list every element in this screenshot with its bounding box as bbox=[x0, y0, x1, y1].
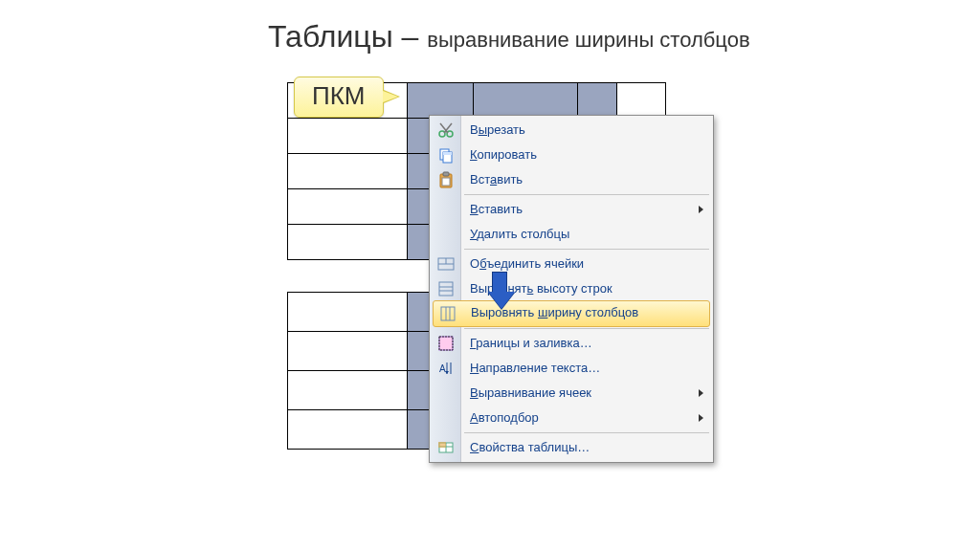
menu-label: Границы и заливка… bbox=[470, 336, 592, 350]
title-main: Таблицы – bbox=[268, 19, 427, 54]
copy-icon bbox=[437, 146, 455, 164]
table-cell bbox=[617, 83, 666, 119]
distribute-rows-icon bbox=[437, 280, 455, 297]
callout-right-click: ПКМ bbox=[294, 77, 384, 118]
menu-item-insert[interactable]: Вставить bbox=[432, 197, 711, 222]
scissors-icon bbox=[437, 121, 455, 139]
menu-label: Автоподбор bbox=[470, 410, 539, 425]
table-properties-icon bbox=[437, 439, 455, 456]
menu-separator bbox=[464, 194, 709, 195]
svg-rect-28 bbox=[438, 442, 446, 448]
context-menu: Вырезать Копировать Вставить Вставить Уд… bbox=[429, 115, 714, 463]
text-direction-icon: A bbox=[437, 360, 455, 377]
menu-item-copy[interactable]: Копировать bbox=[432, 143, 711, 167]
menu-label: Удалить столбцы bbox=[470, 227, 569, 241]
page-title: Таблицы – выравнивание ширины столбцов bbox=[268, 19, 750, 55]
menu-item-borders[interactable]: Границы и заливка… bbox=[432, 331, 711, 356]
menu-separator bbox=[464, 432, 709, 433]
svg-rect-6 bbox=[443, 152, 452, 155]
title-sub: выравнивание ширины столбцов bbox=[427, 28, 749, 52]
table-cell-selected bbox=[408, 83, 474, 119]
menu-item-merge-cells[interactable]: Объединить ячейки bbox=[432, 252, 711, 276]
menu-label: Свойства таблицы… bbox=[470, 440, 590, 454]
menu-item-table-properties[interactable]: Свойства таблицы… bbox=[432, 435, 711, 460]
menu-item-cut[interactable]: Вырезать bbox=[432, 118, 711, 143]
callout-label: ПКМ bbox=[312, 81, 366, 110]
menu-item-distribute-rows[interactable]: Выровнять высоту строк bbox=[432, 276, 711, 301]
menu-label: Вырезать bbox=[470, 122, 525, 137]
menu-item-cell-alignment[interactable]: Выравнивание ячеек bbox=[432, 381, 711, 406]
menu-item-delete-columns[interactable]: Удалить столбцы bbox=[432, 222, 711, 247]
menu-label: Объединить ячейки bbox=[470, 256, 584, 271]
paste-icon bbox=[437, 171, 455, 188]
pointer-arrow-icon bbox=[488, 272, 511, 310]
svg-rect-16 bbox=[441, 307, 455, 320]
svg-text:A: A bbox=[439, 363, 446, 374]
table-cell-selected bbox=[474, 83, 578, 119]
svg-rect-9 bbox=[442, 178, 450, 186]
table-cell-selected bbox=[578, 83, 617, 119]
svg-rect-13 bbox=[439, 282, 453, 296]
menu-item-paste[interactable]: Вставить bbox=[432, 167, 711, 192]
menu-separator bbox=[464, 249, 709, 250]
menu-label: Вставить bbox=[470, 202, 523, 216]
menu-label: Копировать bbox=[470, 147, 537, 162]
menu-item-autofit[interactable]: Автоподбор bbox=[432, 406, 711, 430]
submenu-arrow-icon bbox=[699, 389, 703, 397]
merge-cells-icon bbox=[437, 255, 455, 273]
menu-separator bbox=[464, 328, 709, 329]
menu-item-distribute-columns[interactable]: Выровнять ширину столбцов bbox=[433, 300, 710, 327]
submenu-arrow-icon bbox=[699, 414, 703, 422]
menu-label: Направление текста… bbox=[470, 361, 600, 375]
svg-rect-8 bbox=[443, 172, 449, 176]
borders-icon bbox=[437, 335, 455, 352]
submenu-arrow-icon bbox=[699, 206, 703, 213]
svg-rect-19 bbox=[439, 337, 453, 350]
menu-item-text-direction[interactable]: A Направление текста… bbox=[432, 356, 711, 381]
menu-label: Вставить bbox=[470, 172, 523, 187]
menu-label: Выравнивание ячеек bbox=[470, 385, 591, 400]
distribute-columns-icon bbox=[439, 305, 457, 322]
